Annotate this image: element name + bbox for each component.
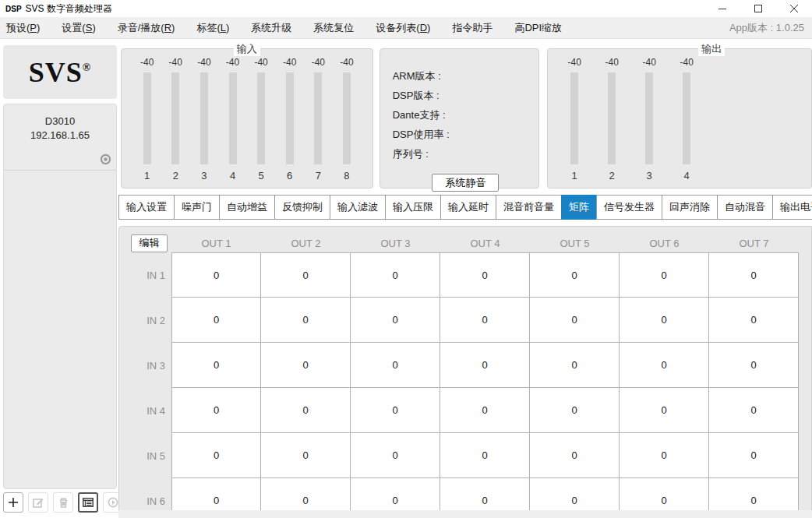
add-device-button[interactable] xyxy=(3,492,23,513)
matrix-cell[interactable]: 0 xyxy=(351,252,440,298)
matrix-cell[interactable]: 0 xyxy=(171,298,261,343)
matrix-cell[interactable]: 0 xyxy=(440,298,530,343)
level-meter-bar xyxy=(608,72,616,164)
tab-矩阵[interactable]: 矩阵 xyxy=(561,195,597,220)
matrix-cell[interactable]: 0 xyxy=(530,298,620,343)
matrix-cell[interactable]: 0 xyxy=(530,388,620,433)
meter-level-label: -40 xyxy=(140,55,154,69)
matrix-cell[interactable]: 0 xyxy=(709,343,799,388)
add-icon xyxy=(8,497,19,508)
output-meter-channel-1: -401 xyxy=(556,55,593,181)
system-mute-button[interactable]: 系统静音 xyxy=(432,174,499,192)
matrix-cell[interactable]: 0 xyxy=(620,433,709,478)
input-meter-channel-5: -405 xyxy=(254,55,267,181)
tab-信号发生器[interactable]: 信号发生器 xyxy=(596,195,662,220)
matrix-cell[interactable]: 0 xyxy=(440,433,530,478)
menu-item-设置[interactable]: 设置(S) xyxy=(51,17,106,38)
device-list-device-button[interactable] xyxy=(78,492,98,513)
matrix-edit-button[interactable]: 编辑 xyxy=(131,234,168,252)
tab-输入设置[interactable]: 输入设置 xyxy=(118,195,175,220)
output-meters-panel: 输出 -401-402-403-404 xyxy=(547,48,812,189)
matrix-cell[interactable]: 0 xyxy=(620,298,709,343)
tab-混音前音量[interactable]: 混音前音量 xyxy=(496,195,562,220)
matrix-cell[interactable]: 0 xyxy=(351,433,440,478)
matrix-cell[interactable]: 0 xyxy=(530,343,620,388)
matrix-cell[interactable]: 0 xyxy=(171,343,261,388)
info-field-label: ARM版本 : xyxy=(393,69,539,89)
tab-自动混音[interactable]: 自动混音 xyxy=(717,195,773,220)
tab-输入滤波[interactable]: 输入滤波 xyxy=(330,195,386,220)
matrix-cell[interactable]: 0 xyxy=(440,343,530,388)
tab-噪声门[interactable]: 噪声门 xyxy=(174,195,220,220)
matrix-cell[interactable]: 0 xyxy=(351,388,440,433)
matrix-panel: 编辑OUT 1OUT 2OUT 3OUT 4OUT 5OUT 6OUT 7IN … xyxy=(118,226,812,512)
menu-item-指令助手[interactable]: 指令助手 xyxy=(441,17,503,38)
app-icon: DSP xyxy=(5,5,22,13)
matrix-corner: 编辑 xyxy=(119,234,171,252)
matrix-cell[interactable]: 0 xyxy=(261,388,351,433)
device-list-icon xyxy=(83,498,94,507)
edit-icon xyxy=(33,497,44,508)
meter-channel-number: 2 xyxy=(609,170,615,181)
matrix-cell[interactable]: 0 xyxy=(261,433,351,478)
tab-输入延时[interactable]: 输入延时 xyxy=(440,195,496,220)
matrix-cell[interactable]: 0 xyxy=(620,388,709,433)
matrix-cell[interactable]: 0 xyxy=(261,252,351,298)
matrix-cell[interactable]: 0 xyxy=(620,343,709,388)
matrix-cell[interactable]: 0 xyxy=(261,343,351,388)
menu-item-系统复位[interactable]: 系统复位 xyxy=(302,17,365,38)
device-list-item[interactable]: D3010 192.168.1.65 xyxy=(4,104,116,171)
matrix-cell[interactable]: 0 xyxy=(351,298,440,343)
matrix-cell[interactable]: 0 xyxy=(530,478,620,512)
minimize-button[interactable] xyxy=(704,0,740,17)
menu-item-高DPI缩放[interactable]: 高DPI缩放 xyxy=(503,17,573,38)
level-meter-bar xyxy=(171,72,179,164)
close-button[interactable] xyxy=(776,0,812,17)
output-panel-legend: 输出 xyxy=(698,42,725,56)
menu-item-标签[interactable]: 标签(L) xyxy=(185,17,240,38)
tab-回声消除[interactable]: 回声消除 xyxy=(662,195,718,220)
input-meter-channel-3: -403 xyxy=(197,55,210,181)
matrix-cell[interactable]: 0 xyxy=(530,252,620,298)
level-meter-bar xyxy=(683,72,690,164)
matrix-cell[interactable]: 0 xyxy=(171,252,261,298)
meter-channel-number: 3 xyxy=(647,170,652,181)
matrix-cell[interactable]: 0 xyxy=(709,478,799,512)
meter-level-label: -40 xyxy=(197,55,210,69)
matrix-cell[interactable]: 0 xyxy=(709,298,799,343)
level-meter-bar xyxy=(200,72,208,164)
matrix-cell[interactable]: 0 xyxy=(709,388,799,433)
matrix-cell[interactable]: 0 xyxy=(171,433,261,478)
matrix-cell[interactable]: 0 xyxy=(530,433,620,478)
menu-item-预设[interactable]: 预设(P) xyxy=(0,17,51,38)
locate-device-icon[interactable] xyxy=(100,153,111,165)
menu-item-系统升级[interactable]: 系统升级 xyxy=(240,17,302,38)
matrix-cell[interactable]: 0 xyxy=(709,252,799,298)
matrix-column-header: OUT 5 xyxy=(530,234,620,252)
matrix-cell[interactable]: 0 xyxy=(261,478,351,512)
matrix-column-header: OUT 2 xyxy=(261,234,351,252)
matrix-cell[interactable]: 0 xyxy=(709,433,799,478)
matrix-cell[interactable]: 0 xyxy=(440,388,530,433)
tab-反馈抑制[interactable]: 反馈抑制 xyxy=(274,195,330,220)
matrix-cell[interactable]: 0 xyxy=(171,388,261,433)
matrix-cell[interactable]: 0 xyxy=(351,343,440,388)
matrix-cell[interactable]: 0 xyxy=(440,252,530,298)
matrix-cell[interactable]: 0 xyxy=(351,478,440,512)
input-meter-channel-6: -406 xyxy=(283,55,296,181)
maximize-button[interactable] xyxy=(740,0,776,17)
menu-item-录音/播放[interactable]: 录音/播放(R) xyxy=(107,17,186,38)
tab-输入压限[interactable]: 输入压限 xyxy=(385,195,441,220)
matrix-cell[interactable]: 0 xyxy=(440,478,530,512)
tab-输出电平[interactable]: 输出电平 xyxy=(772,195,812,220)
horizontal-scrollbar[interactable] xyxy=(118,510,812,518)
matrix-cell[interactable]: 0 xyxy=(261,298,351,343)
tab-自动增益[interactable]: 自动增益 xyxy=(219,195,275,220)
matrix-cell[interactable]: 0 xyxy=(620,252,709,298)
meter-level-label: -40 xyxy=(568,55,581,69)
matrix-cell[interactable]: 0 xyxy=(171,478,261,512)
brand-logo: SVS® xyxy=(3,45,117,99)
matrix-cell[interactable]: 0 xyxy=(620,478,709,512)
menu-item-设备列表[interactable]: 设备列表(D) xyxy=(365,17,441,38)
app-version-label: App版本 : 1.0.25 xyxy=(729,21,804,35)
